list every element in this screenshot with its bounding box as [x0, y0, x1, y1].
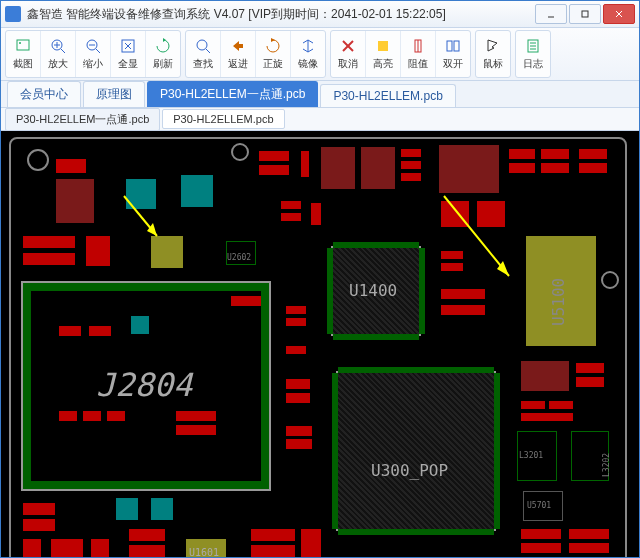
component-cap[interactable] — [151, 498, 173, 520]
pad — [401, 149, 421, 157]
pad — [286, 439, 312, 449]
toolbar-icon — [14, 37, 32, 55]
toolbar-返进[interactable]: 返进 — [221, 31, 256, 77]
pad — [23, 503, 55, 515]
component-u5100[interactable] — [526, 236, 596, 346]
pad — [441, 251, 463, 259]
svg-point-15 — [197, 40, 207, 50]
toolbar-icon — [229, 37, 247, 55]
component-j2804[interactable] — [21, 281, 271, 491]
component-cap[interactable] — [131, 316, 149, 334]
component-small-chip[interactable] — [151, 236, 183, 268]
main-tab[interactable]: 会员中心 — [7, 81, 81, 107]
pad — [129, 545, 165, 557]
toolbar-阻值[interactable]: 阻值 — [401, 31, 436, 77]
pad — [441, 289, 485, 299]
toolbar-高亮[interactable]: 高亮 — [366, 31, 401, 77]
pad — [251, 529, 295, 541]
toolbar-icon — [49, 37, 67, 55]
toolbar-label: 缩小 — [83, 57, 103, 71]
svg-line-16 — [206, 49, 210, 53]
pad — [579, 163, 607, 173]
toolbar-镜像[interactable]: 镜像 — [291, 31, 325, 77]
toolbar-label: 正旋 — [263, 57, 283, 71]
doc-tab[interactable]: P30-HL2ELLEM.pcb — [162, 109, 284, 129]
svg-line-7 — [61, 49, 65, 53]
pad — [91, 539, 109, 557]
pad — [89, 326, 111, 336]
component-u1601[interactable] — [186, 539, 226, 557]
window-title: 鑫智造 智能终端设备维修查询系统 V4.07 [VIP到期时间：2041-02-… — [27, 6, 533, 23]
toolbar-放大[interactable]: 放大 — [41, 31, 76, 77]
toolbar-icon — [119, 37, 137, 55]
component-l3202[interactable] — [571, 431, 609, 481]
toolbar-label: 鼠标 — [483, 57, 503, 71]
pad — [107, 411, 125, 421]
main-tab[interactable]: 原理图 — [83, 81, 145, 107]
toolbar-缩小[interactable]: 缩小 — [76, 31, 111, 77]
pad — [477, 201, 505, 227]
component-l3201[interactable] — [517, 431, 557, 481]
pad — [56, 179, 94, 223]
toolbar-icon — [194, 37, 212, 55]
mount-hole — [601, 271, 619, 289]
pad — [549, 401, 573, 409]
pad — [56, 159, 86, 173]
pad — [59, 411, 77, 421]
main-tab[interactable]: P30-HL2ELLEM一点通.pcb — [147, 81, 318, 107]
toolbar-label: 取消 — [338, 57, 358, 71]
toolbar-日志[interactable]: 日志 — [516, 31, 550, 77]
pad — [521, 361, 569, 391]
pad — [576, 377, 604, 387]
pad — [176, 411, 216, 421]
pad — [286, 318, 306, 326]
pad — [361, 147, 395, 189]
doc-tab[interactable]: P30-HL2ELLEM一点通.pcb — [5, 108, 160, 131]
pad — [541, 149, 569, 159]
pad — [576, 363, 604, 373]
pad — [401, 173, 421, 181]
component-cap[interactable] — [181, 175, 213, 207]
pad — [439, 145, 499, 193]
svg-rect-4 — [17, 40, 29, 50]
toolbar-label: 双开 — [443, 57, 463, 71]
toolbar-查找[interactable]: 查找 — [186, 31, 221, 77]
pad — [441, 263, 463, 271]
pad — [83, 411, 101, 421]
maximize-button[interactable] — [569, 4, 601, 24]
close-button[interactable] — [603, 4, 635, 24]
component-cap[interactable] — [126, 179, 156, 209]
component-u300[interactable] — [336, 371, 496, 531]
svg-marker-14 — [163, 38, 166, 42]
toolbar-取消[interactable]: 取消 — [331, 31, 366, 77]
toolbar-全显[interactable]: 全显 — [111, 31, 146, 77]
pad — [286, 379, 310, 389]
toolbar-鼠标[interactable]: 鼠标 — [476, 31, 510, 77]
svg-line-11 — [96, 49, 100, 53]
pad — [441, 305, 485, 315]
toolbar-正旋[interactable]: 正旋 — [256, 31, 291, 77]
toolbar-label: 阻值 — [408, 57, 428, 71]
pcb-canvas[interactable]: J2804 U1400 U5100 U300_POP — [1, 131, 639, 557]
pad — [509, 149, 535, 159]
toolbar-双开[interactable]: 双开 — [436, 31, 470, 77]
pad — [579, 149, 607, 159]
svg-marker-17 — [271, 38, 275, 42]
component-u2602[interactable] — [226, 241, 256, 265]
component-u1400[interactable] — [331, 246, 421, 336]
svg-point-5 — [19, 42, 21, 44]
pad — [231, 296, 261, 306]
document-tabs: P30-HL2ELLEM一点通.pcbP30-HL2ELLEM.pcb — [1, 108, 639, 131]
pad — [23, 236, 75, 248]
toolbar-icon — [264, 37, 282, 55]
main-tab[interactable]: P30-HL2ELLEM.pcb — [320, 84, 455, 107]
main-tabbar: 会员中心原理图P30-HL2ELLEM一点通.pcbP30-HL2ELLEM.p… — [1, 81, 639, 108]
pad — [86, 236, 110, 266]
pad — [521, 401, 545, 409]
minimize-button[interactable] — [535, 4, 567, 24]
component-cap[interactable] — [116, 498, 138, 520]
toolbar-截图[interactable]: 截图 — [6, 31, 41, 77]
svg-rect-1 — [582, 11, 588, 17]
toolbar-刷新[interactable]: 刷新 — [146, 31, 180, 77]
component-u5701[interactable] — [523, 491, 563, 521]
